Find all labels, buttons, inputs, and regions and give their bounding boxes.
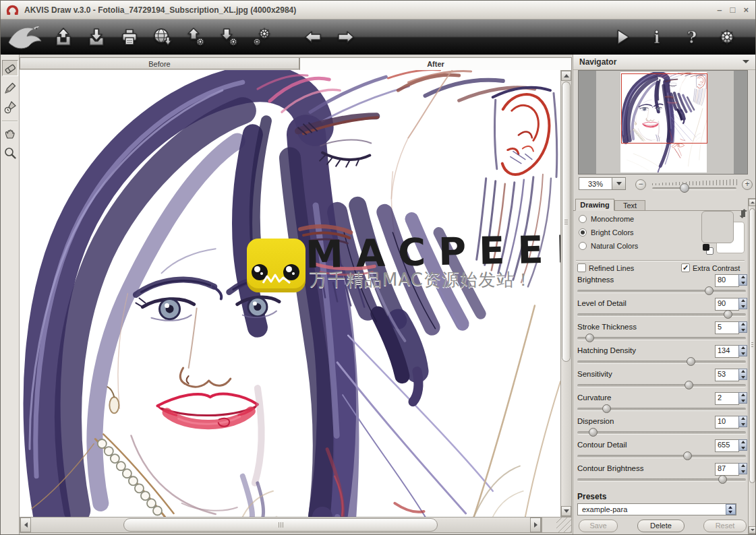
tab-after[interactable]: After: [299, 57, 572, 70]
slider-value-input[interactable]: 87: [715, 463, 739, 476]
open-button[interactable]: [51, 24, 76, 51]
close-button[interactable]: ×: [743, 5, 749, 15]
panel-scrollbar[interactable]: [748, 198, 756, 534]
slider-value-input[interactable]: 2: [715, 392, 739, 405]
slider-thumb[interactable]: [724, 310, 732, 319]
eraser-tool[interactable]: [2, 60, 18, 76]
tab-drawing[interactable]: Drawing: [575, 199, 614, 211]
tab-before[interactable]: Before: [20, 57, 299, 69]
export-presets-button[interactable]: [216, 24, 241, 51]
preset-spinner[interactable]: [726, 504, 736, 515]
canvas-vertical-scrollbar[interactable]: [560, 70, 572, 517]
zoom-out-button[interactable]: −: [635, 179, 646, 190]
slider-track[interactable]: [577, 455, 746, 458]
slider-spinner[interactable]: [738, 298, 747, 309]
default-colors-icon[interactable]: [703, 244, 714, 255]
panel-scroll-up[interactable]: [749, 199, 756, 206]
preferences-button[interactable]: [250, 24, 274, 51]
slider-spinner[interactable]: [738, 345, 747, 356]
slider-value-input[interactable]: 90: [715, 298, 739, 311]
radio-monochrome[interactable]: [579, 215, 587, 223]
slider-thumb[interactable]: [602, 404, 611, 413]
slider-thumb[interactable]: [685, 381, 693, 389]
info-button[interactable]: i: [645, 24, 669, 51]
hand-tool[interactable]: [2, 125, 18, 141]
slider-spinner[interactable]: [738, 321, 747, 333]
run-button[interactable]: [610, 24, 634, 51]
zoom-slider-thumb[interactable]: [680, 183, 689, 193]
zoom-tool[interactable]: [2, 145, 18, 161]
stroke-color-swatch[interactable]: [701, 211, 734, 243]
radio-label: Monochrome: [591, 215, 634, 223]
panel-scroll-thumb[interactable]: [749, 208, 755, 483]
panel-scroll-down[interactable]: [749, 526, 756, 534]
navigator-header[interactable]: Navigator: [573, 55, 756, 70]
horizontal-scroll-thumb[interactable]: [123, 518, 438, 532]
settings-button[interactable]: [715, 24, 739, 51]
slider-track[interactable]: [577, 313, 746, 317]
canvas-horizontal-scrollbar[interactable]: [20, 517, 542, 533]
slider-spinner[interactable]: [738, 369, 747, 380]
title-bar[interactable]: AKVIS Draw v.3.0 - Fotolia_74729194_Subs…: [1, 1, 755, 20]
save-button[interactable]: [84, 24, 109, 51]
vertical-scroll-thumb[interactable]: [562, 82, 571, 362]
slider-value-input[interactable]: 80: [715, 274, 739, 287]
slider-track[interactable]: [577, 337, 746, 340]
slider-spinner[interactable]: [738, 274, 747, 286]
checkbox-refined-lines[interactable]: [577, 263, 586, 272]
radio-bright-colors[interactable]: [579, 228, 587, 237]
maximize-button[interactable]: □: [730, 5, 736, 15]
resize-grip[interactable]: [542, 517, 572, 533]
checkbox-extra-contrast[interactable]: ✓: [681, 263, 690, 272]
slider-spinner[interactable]: [738, 416, 747, 427]
zoom-dropdown-button[interactable]: [612, 177, 626, 190]
tab-text[interactable]: Text: [614, 200, 645, 211]
slider-track[interactable]: [577, 384, 746, 387]
canvas[interactable]: MACPEERS 万千精品MAC资源始发站！: [20, 70, 560, 517]
navigator-preview[interactable]: [578, 70, 748, 175]
minimize-button[interactable]: –: [717, 5, 722, 15]
slider-track[interactable]: [577, 290, 746, 293]
swap-colors-icon[interactable]: [737, 208, 748, 219]
reset-preset-button[interactable]: Reset: [703, 520, 747, 532]
slider-thumb[interactable]: [585, 334, 594, 342]
slider-track[interactable]: [577, 408, 746, 411]
import-presets-button[interactable]: [183, 24, 208, 51]
zoom-value-input[interactable]: 33%: [579, 177, 612, 190]
slider-value-input[interactable]: 5: [715, 321, 739, 334]
slider-thumb[interactable]: [687, 357, 695, 366]
web-download-button[interactable]: [150, 24, 175, 51]
slider-value-input[interactable]: 134: [715, 345, 739, 358]
zoom-in-button[interactable]: +: [742, 179, 753, 190]
save-preset-button[interactable]: Save: [579, 520, 618, 532]
scroll-right-button[interactable]: [530, 517, 541, 532]
back-button[interactable]: [301, 24, 325, 51]
slider-value-input[interactable]: 10: [715, 416, 739, 429]
forward-button[interactable]: [334, 24, 358, 51]
slider-thumb[interactable]: [718, 475, 727, 484]
slider-value-input[interactable]: 655: [715, 439, 739, 452]
pencil-tool[interactable]: [2, 80, 18, 96]
navigator-view-frame[interactable]: [621, 73, 707, 144]
slider-spinner[interactable]: [738, 463, 747, 474]
slider-thumb[interactable]: [705, 286, 714, 295]
scroll-down-button[interactable]: [561, 506, 571, 516]
slider-spinner[interactable]: [738, 392, 747, 404]
history-brush-tool[interactable]: [2, 99, 18, 115]
print-button[interactable]: [117, 24, 142, 51]
slider-thumb[interactable]: [589, 428, 598, 437]
slider-thumb[interactable]: [683, 451, 692, 460]
radio-natural-colors[interactable]: [579, 242, 587, 250]
slider-track[interactable]: [577, 478, 746, 482]
slider-value-input[interactable]: 53: [715, 369, 739, 381]
slider-track[interactable]: [577, 431, 746, 435]
scroll-left-button[interactable]: [20, 517, 31, 532]
scroll-up-button[interactable]: [561, 71, 571, 81]
navigator-collapse-arrow[interactable]: [743, 60, 749, 67]
slider-spinner[interactable]: [738, 439, 747, 451]
delete-preset-button[interactable]: Delete: [637, 520, 685, 532]
help-button[interactable]: ?: [680, 24, 704, 51]
preset-select[interactable]: example-para: [577, 503, 736, 515]
slider-track[interactable]: [577, 360, 746, 364]
zoom-slider-track[interactable]: [652, 187, 736, 190]
